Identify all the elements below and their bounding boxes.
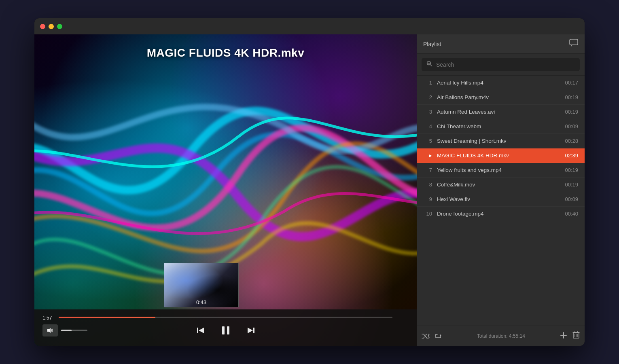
prev-button[interactable] — [195, 325, 206, 336]
item-duration: 00:19 — [565, 94, 578, 100]
svg-rect-1 — [197, 328, 198, 333]
playlist-title: Playlist — [423, 41, 441, 47]
playlist-header: Playlist — [417, 34, 585, 54]
controls-bar: 1:57 — [34, 309, 417, 346]
svg-rect-7 — [570, 39, 578, 45]
svg-line-9 — [430, 65, 432, 67]
progress-filled — [59, 317, 155, 318]
delete-button[interactable] — [572, 331, 580, 341]
main-content: MAGIC FLUIDS 4K HDR.mkv 0:43 1:57 — [34, 34, 585, 346]
title-bar — [34, 18, 585, 34]
playlist-item[interactable]: 2 Air Ballons Party.m4v 00:19 — [417, 90, 585, 105]
progress-area: 1:57 — [42, 309, 409, 318]
item-name: Yellow fruits and vegs.mp4 — [437, 167, 561, 173]
playlist-item[interactable]: 7 Yellow fruits and vegs.mp4 00:19 — [417, 163, 585, 178]
item-number: 8 — [423, 182, 432, 188]
item-duration: 02:39 — [565, 152, 578, 159]
playlist-item[interactable]: 5 Sweet Dreaming | Short.mkv 00:28 — [417, 134, 585, 148]
close-button[interactable] — [40, 24, 45, 29]
playlist-item[interactable]: ▶ MAGIC FLUIDS 4K HDR.mkv 02:39 — [417, 148, 585, 163]
item-duration: 00:09 — [565, 196, 578, 202]
item-play-icon: ▶ — [423, 153, 432, 158]
item-duration: 00:17 — [565, 80, 578, 86]
video-title: MAGIC FLUIDS 4K HDR.mkv — [34, 47, 417, 59]
item-name: Aerial Icy Hills.mp4 — [437, 80, 561, 86]
item-number: 5 — [423, 138, 432, 144]
item-name: Drone footage.mp4 — [437, 211, 561, 217]
item-name: Chi Theater.webm — [437, 123, 561, 129]
maximize-button[interactable] — [57, 24, 62, 29]
playlist-footer: Total duration: 4:55:14 — [417, 326, 585, 346]
item-duration: 00:19 — [565, 109, 578, 115]
playlist-item[interactable]: 9 Hexi Wave.flv 00:09 — [417, 192, 585, 207]
playlist-item[interactable]: 3 Autumn Red Leaves.avi 00:19 — [417, 105, 585, 119]
item-duration: 00:09 — [565, 123, 578, 129]
svg-marker-6 — [248, 328, 253, 333]
playlist-item[interactable]: 8 Coffe&Milk.mov 00:19 — [417, 178, 585, 192]
item-number: 7 — [423, 167, 432, 173]
total-duration: Total duration: 4:55:14 — [447, 333, 555, 339]
item-name: MAGIC FLUIDS 4K HDR.mkv — [437, 152, 561, 159]
volume-slider[interactable] — [61, 330, 87, 331]
item-duration: 00:40 — [565, 211, 578, 217]
minimize-button[interactable] — [49, 24, 54, 29]
progress-bar[interactable] — [59, 317, 392, 318]
window-buttons — [40, 24, 62, 29]
svg-marker-2 — [199, 328, 204, 333]
svg-rect-5 — [253, 328, 254, 333]
item-number: 10 — [423, 211, 432, 217]
search-area — [417, 54, 585, 76]
item-number: 1 — [423, 80, 432, 86]
playlist-panel: Playlist — [417, 34, 585, 346]
item-number: 4 — [423, 123, 432, 129]
volume-area — [42, 324, 87, 336]
volume-button[interactable] — [42, 324, 58, 336]
playlist-items: 1 Aerial Icy Hills.mp4 00:17 2 Air Ballo… — [417, 76, 585, 326]
pause-button[interactable] — [218, 323, 233, 338]
svg-rect-3 — [222, 326, 225, 334]
time-current: 1:57 — [42, 315, 52, 321]
repeat-button[interactable] — [435, 332, 443, 340]
chat-icon[interactable] — [569, 39, 578, 49]
next-button[interactable] — [245, 325, 257, 336]
item-duration: 00:19 — [565, 167, 578, 173]
controls-buttons — [42, 323, 409, 338]
item-number: 9 — [423, 196, 432, 202]
playlist-item[interactable]: 4 Chi Theater.webm 00:09 — [417, 119, 585, 134]
search-box — [422, 58, 580, 71]
hover-timestamp: 0:43 — [196, 299, 206, 305]
app-window: MAGIC FLUIDS 4K HDR.mkv 0:43 1:57 — [34, 18, 585, 346]
playlist-item[interactable]: 10 Drone footage.mp4 00:40 — [417, 207, 585, 221]
search-filter-icon — [426, 61, 433, 68]
item-name: Air Ballons Party.m4v — [437, 94, 561, 100]
search-input[interactable] — [436, 61, 575, 68]
item-name: Autumn Red Leaves.avi — [437, 109, 561, 115]
item-name: Hexi Wave.flv — [437, 196, 561, 202]
item-number: 3 — [423, 109, 432, 115]
item-name: Sweet Dreaming | Short.mkv — [437, 138, 561, 144]
item-duration: 00:19 — [565, 182, 578, 188]
item-number: 2 — [423, 94, 432, 100]
shuffle-button[interactable] — [422, 332, 430, 340]
video-area: MAGIC FLUIDS 4K HDR.mkv 0:43 1:57 — [34, 34, 417, 346]
item-name: Coffe&Milk.mov — [437, 182, 561, 188]
playlist-item[interactable]: 1 Aerial Icy Hills.mp4 00:17 — [417, 76, 585, 90]
svg-rect-4 — [227, 326, 229, 334]
svg-marker-0 — [47, 328, 51, 333]
item-duration: 00:28 — [565, 138, 578, 144]
volume-fill — [61, 330, 72, 331]
add-button[interactable] — [560, 331, 568, 341]
